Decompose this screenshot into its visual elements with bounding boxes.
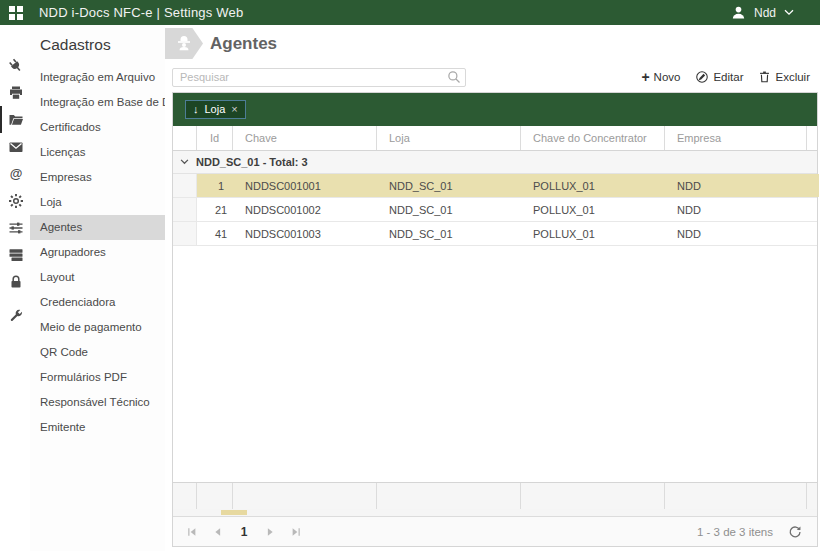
gear-icon[interactable] xyxy=(0,187,30,214)
new-button[interactable]: + Novo xyxy=(641,70,680,84)
horizontal-scrollbar[interactable] xyxy=(173,509,817,516)
cell-id: 1 xyxy=(197,174,233,197)
user-menu[interactable]: Ndd xyxy=(731,5,794,20)
search-icon[interactable] xyxy=(447,70,461,84)
at-icon[interactable]: @ xyxy=(0,160,30,187)
folder-open-icon[interactable] xyxy=(0,106,30,133)
table-row[interactable]: 1 NDDSC001001 NDD_SC_01 POLLUX_01 NDD xyxy=(173,174,817,198)
column-header-chave[interactable]: Chave xyxy=(233,126,377,150)
group-chip-label: Loja xyxy=(205,103,226,115)
cell-chave: NDDSC001001 xyxy=(233,174,377,197)
cell-id: 41 xyxy=(197,222,233,245)
cell-empresa: NDD xyxy=(665,222,807,245)
search-input[interactable] xyxy=(172,68,466,87)
sidebar-item-licencas[interactable]: Licenças xyxy=(30,140,165,165)
previous-page-button[interactable] xyxy=(205,521,231,543)
user-icon xyxy=(731,5,746,20)
hierarchy-column-header xyxy=(173,126,197,150)
column-header-concentrator[interactable]: Chave do Concentrator xyxy=(521,126,665,150)
group-row-label: NDD_SC_01 - Total: 3 xyxy=(196,156,308,168)
cell-concentrator: POLLUX_01 xyxy=(521,222,665,245)
cell-loja: NDD_SC_01 xyxy=(377,174,521,197)
trash-icon xyxy=(758,70,771,84)
collapse-group-icon[interactable] xyxy=(180,159,189,165)
agents-grid: ↓ Loja × Id Chave Loja Chave do Concentr… xyxy=(172,92,818,547)
cell-concentrator: POLLUX_01 xyxy=(521,198,665,221)
top-bar: NDD i-Docs NFC-e | Settings Web Ndd xyxy=(0,0,820,25)
sidebar-item-layout[interactable]: Layout xyxy=(30,265,165,290)
scrollbar-thumb[interactable] xyxy=(221,510,247,515)
chevron-down-icon xyxy=(784,9,794,16)
column-header-empresa[interactable]: Empresa xyxy=(665,126,807,150)
grid-header: Id Chave Loja Chave do Concentrator Empr… xyxy=(173,126,817,151)
server-icon[interactable] xyxy=(0,241,30,268)
table-row[interactable]: 21 NDDSC001002 NDD_SC_01 POLLUX_01 NDD xyxy=(173,198,817,222)
edit-button[interactable]: Editar xyxy=(695,70,743,84)
column-header-spacer xyxy=(807,126,817,150)
sidebar-item-credenciadora[interactable]: Credenciadora xyxy=(30,290,165,315)
cell-empresa: NDD xyxy=(665,174,807,197)
sidebar-item-emitente[interactable]: Emitente xyxy=(30,415,165,440)
refresh-icon[interactable] xyxy=(788,525,802,539)
printer-icon[interactable] xyxy=(0,79,30,106)
grid-footer xyxy=(173,482,817,509)
pager-info: 1 - 3 de 3 itens xyxy=(697,526,773,538)
column-header-id[interactable]: Id xyxy=(197,126,233,150)
sidebar-item-agrupadores[interactable]: Agrupadores xyxy=(30,240,165,265)
sidebar-menu: Cadastros Integração em Arquivo Integraç… xyxy=(30,25,165,551)
app-title: NDD i-Docs NFC-e | Settings Web xyxy=(39,5,243,20)
icon-nav-strip: @ xyxy=(0,25,30,551)
main-content: Agentes + Novo Editar xyxy=(165,25,820,551)
wrench-icon[interactable] xyxy=(0,302,30,329)
cell-chave: NDDSC001002 xyxy=(233,198,377,221)
toolbar: + Novo Editar Excluir xyxy=(165,62,820,92)
column-header-loja[interactable]: Loja xyxy=(377,126,521,150)
sidebar-item-qr-code[interactable]: QR Code xyxy=(30,340,165,365)
group-row[interactable]: NDD_SC_01 - Total: 3 xyxy=(173,151,817,174)
page-title: Agentes xyxy=(210,34,277,54)
next-page-button[interactable] xyxy=(257,521,283,543)
current-page[interactable]: 1 xyxy=(231,525,257,539)
sidebar-item-integracao-base-dados[interactable]: Integração em Base de Dados xyxy=(30,90,165,115)
first-page-button[interactable] xyxy=(179,521,205,543)
sliders-icon[interactable] xyxy=(0,214,30,241)
cell-concentrator: POLLUX_01 xyxy=(521,174,665,197)
sidebar-item-empresas[interactable]: Empresas xyxy=(30,165,165,190)
sidebar-heading: Cadastros xyxy=(40,36,165,54)
grid-empty-area xyxy=(173,246,817,482)
cell-loja: NDD_SC_01 xyxy=(377,198,521,221)
cell-id: 21 xyxy=(197,198,233,221)
sort-arrow-icon: ↓ xyxy=(193,103,199,115)
last-page-button[interactable] xyxy=(283,521,309,543)
remove-group-icon[interactable]: × xyxy=(231,103,237,115)
plus-icon: + xyxy=(641,72,649,82)
search-box xyxy=(172,67,466,87)
pager: 1 1 - 3 de 3 itens xyxy=(173,516,817,546)
sidebar-item-agentes[interactable]: Agentes xyxy=(30,215,165,240)
user-name: Ndd xyxy=(754,6,776,20)
grouping-bar: ↓ Loja × xyxy=(173,93,817,126)
sidebar-item-certificados[interactable]: Certificados xyxy=(30,115,165,140)
sidebar-item-integracao-arquivo[interactable]: Integração em Arquivo xyxy=(30,65,165,90)
cell-chave: NDDSC001003 xyxy=(233,222,377,245)
mail-icon[interactable] xyxy=(0,133,30,160)
cell-loja: NDD_SC_01 xyxy=(377,222,521,245)
sidebar-item-meio-pagamento[interactable]: Meio de pagamento xyxy=(30,315,165,340)
sidebar-item-formularios-pdf[interactable]: Formulários PDF xyxy=(30,365,165,390)
lock-icon[interactable] xyxy=(0,268,30,295)
sidebar-item-loja[interactable]: Loja xyxy=(30,190,165,215)
plug-icon[interactable] xyxy=(0,52,30,79)
edit-icon xyxy=(695,70,709,84)
delete-button[interactable]: Excluir xyxy=(758,70,810,84)
sidebar-item-responsavel-tecnico[interactable]: Responsável Técnico xyxy=(30,390,165,415)
group-chip-loja[interactable]: ↓ Loja × xyxy=(185,100,246,119)
cell-empresa: NDD xyxy=(665,198,807,221)
apps-grid-icon[interactable] xyxy=(9,6,23,20)
page-header: Agentes xyxy=(165,25,820,62)
agent-badge-icon xyxy=(165,28,203,59)
table-row[interactable]: 41 NDDSC001003 NDD_SC_01 POLLUX_01 NDD xyxy=(173,222,817,246)
